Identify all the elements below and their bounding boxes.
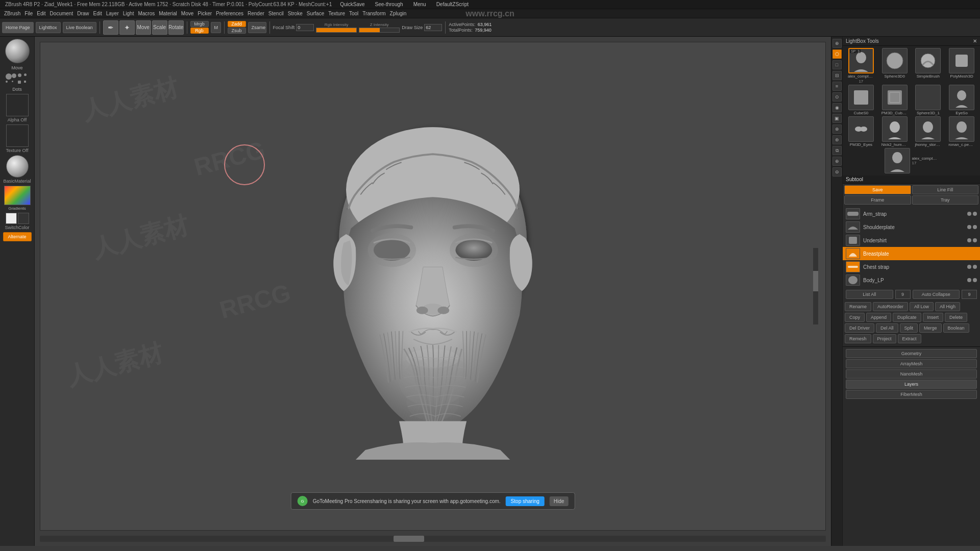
rgb-intensity-bar[interactable] <box>316 28 357 33</box>
remesh-btn[interactable]: Remesh <box>845 334 871 343</box>
all-high-btn[interactable]: All High <box>935 302 960 311</box>
zsub-btn[interactable]: Zsub <box>228 28 246 34</box>
sidebar-icon-8[interactable]: ▣ <box>832 114 842 123</box>
brush-dot-3[interactable] <box>18 73 21 77</box>
sidebar-icon-4[interactable]: ⊟ <box>832 71 842 80</box>
avatar-cell-11[interactable]: jhonny_story_3 <box>912 116 945 147</box>
brush-dot-7[interactable] <box>18 81 21 84</box>
draw-size-input[interactable] <box>424 24 442 31</box>
avatar-cell-13[interactable]: alex_compton-rs 17 <box>845 148 978 173</box>
menu-macros[interactable]: Macros <box>136 11 157 16</box>
sidebar-icon-3[interactable]: □ <box>832 60 842 69</box>
fiber-mesh-btn[interactable]: FiberMesh <box>846 390 977 399</box>
del-driver-btn[interactable]: Del Driver <box>845 323 874 333</box>
avatar-cell-12[interactable]: ronan_c.pensale <box>945 116 978 147</box>
menu-zplugin[interactable]: Zplugin <box>388 11 409 16</box>
sidebar-icon-2[interactable]: ⬡ <box>832 49 842 59</box>
brush-dot-4[interactable] <box>24 73 27 76</box>
autoorder-btn[interactable]: AutoReorder <box>873 302 908 311</box>
geometry-btn[interactable]: Geometry <box>846 349 977 358</box>
menu-layer[interactable]: Layer <box>104 11 121 16</box>
avatar-cell-7[interactable]: Sphere3D_1 <box>912 85 945 115</box>
menu-edit[interactable]: Edit <box>35 11 47 16</box>
menu-material[interactable]: Material <box>157 11 179 16</box>
m-btn[interactable]: M <box>211 22 221 33</box>
swatch-white[interactable] <box>6 213 17 224</box>
merge-btn[interactable]: Merge <box>919 323 942 333</box>
copy-btn[interactable]: Copy <box>845 313 865 322</box>
brush-dot-1[interactable] <box>6 73 12 80</box>
avatar-cell-6[interactable]: PM3D_CubeS0 <box>878 85 911 115</box>
quicksave-btn[interactable]: QuickSave <box>338 2 366 7</box>
scrollbar-thumb[interactable] <box>394 536 424 542</box>
auto-collapse-num[interactable] <box>962 290 977 299</box>
array-mesh-btn[interactable]: ArrayMesh <box>846 359 977 368</box>
menu-texture[interactable]: Texture <box>326 11 347 16</box>
canvas-scrollbar[interactable] <box>40 536 826 542</box>
extract-btn[interactable]: Extract <box>898 334 921 343</box>
sidebar-icon-10[interactable]: ⊛ <box>832 135 842 144</box>
boolean-btn[interactable]: Boolean <box>943 323 969 333</box>
avatar-cell-10[interactable]: Nick2_humanMa <box>878 116 911 147</box>
zadd-btn[interactable]: Zadd <box>228 21 246 27</box>
3d-head-model[interactable] <box>290 113 576 460</box>
avatar-cell-1[interactable]: SP: 3 alex_compton-next 17 <box>845 48 877 84</box>
z-intensity-bar[interactable] <box>359 28 400 33</box>
live-boolean-btn[interactable]: Live Boolean <box>63 22 96 33</box>
list-all-num[interactable] <box>895 290 911 299</box>
duplicate-btn[interactable]: Duplicate <box>893 313 921 322</box>
nano-mesh-btn[interactable]: NanoMesh <box>846 369 977 379</box>
sidebar-icon-9[interactable]: ⊗ <box>832 124 842 134</box>
rp-icon-frame[interactable]: Frame <box>844 195 911 205</box>
subtool-item-chest-strap[interactable]: Chest strap <box>843 260 980 273</box>
swatch-dark[interactable] <box>18 213 29 224</box>
sidebar-icon-1[interactable]: ⊕ <box>832 39 842 48</box>
avatar-cell-5[interactable]: CubeS0 <box>845 85 877 115</box>
menu-zbrush[interactable]: ZBrush <box>2 11 22 16</box>
see-through-btn[interactable]: See-through <box>373 2 405 7</box>
auto-collapse-btn[interactable]: Auto Collapse <box>913 290 960 299</box>
all-low-btn[interactable]: All Low <box>910 302 934 311</box>
material-ball[interactable] <box>6 155 29 178</box>
brush-icon-2[interactable]: ✦ <box>119 20 135 35</box>
scale-thumb[interactable] <box>813 271 818 291</box>
brush-dot-5[interactable] <box>6 81 8 83</box>
brush-dot-8[interactable] <box>24 81 26 83</box>
lightbox-btn[interactable]: LightBox <box>36 22 61 33</box>
avatar-cell-3[interactable]: SimpleBrush <box>912 48 945 84</box>
rp-icon-linefill[interactable]: Line Fill <box>912 185 979 194</box>
project-btn[interactable]: Project <box>873 334 896 343</box>
rp-icon-tray[interactable]: Tray <box>912 195 979 205</box>
sidebar-icon-7[interactable]: ◉ <box>832 103 842 112</box>
rp-icon-save[interactable]: Save <box>844 185 911 194</box>
avatar-cell-9[interactable]: PM3D_Eyes <box>845 116 877 147</box>
lightbox-close-icon[interactable]: ✕ <box>973 38 977 44</box>
texture-preview[interactable] <box>6 124 29 147</box>
subtool-item-shoulderplate[interactable]: Shoulderplate <box>843 220 980 234</box>
focal-shift-input[interactable] <box>296 24 314 31</box>
rgb-btn[interactable]: Rgb <box>190 28 209 34</box>
sidebar-icon-6[interactable]: ⊙ <box>832 92 842 102</box>
stop-sharing-btn[interactable]: Stop sharing <box>506 496 545 506</box>
menu-btn[interactable]: Menu <box>411 2 428 7</box>
menu-stencil[interactable]: Stencil <box>266 11 286 16</box>
avatar-cell-8[interactable]: EyeSo <box>945 85 978 115</box>
home-page-btn[interactable]: Home Page <box>2 22 34 33</box>
hide-btn[interactable]: Hide <box>550 496 569 506</box>
del-all-btn[interactable]: Del All <box>876 323 898 333</box>
subtool-item-breastplate[interactable]: Breastplate <box>843 247 980 260</box>
menu-render[interactable]: Render <box>246 11 266 16</box>
move-btn[interactable]: Move <box>136 20 151 35</box>
split-btn[interactable]: Split <box>900 323 918 333</box>
layers-btn[interactable]: Layers <box>846 380 977 389</box>
sidebar-icon-5[interactable]: ≡ <box>832 82 842 91</box>
menu-surface[interactable]: Surface <box>305 11 326 16</box>
rotate-btn[interactable]: Rotate <box>168 20 184 35</box>
scale-btn[interactable]: Scale <box>152 20 167 35</box>
sidebar-icon-12[interactable]: ⊕ <box>832 157 842 166</box>
alternate-btn[interactable]: Alternate <box>3 232 32 241</box>
alpha-preview[interactable] <box>6 94 29 116</box>
color-gradient[interactable] <box>4 186 31 205</box>
mrgb-btn[interactable]: Mrgb <box>190 21 209 27</box>
avatar-cell-2[interactable]: Sphere3D0 <box>878 48 911 84</box>
